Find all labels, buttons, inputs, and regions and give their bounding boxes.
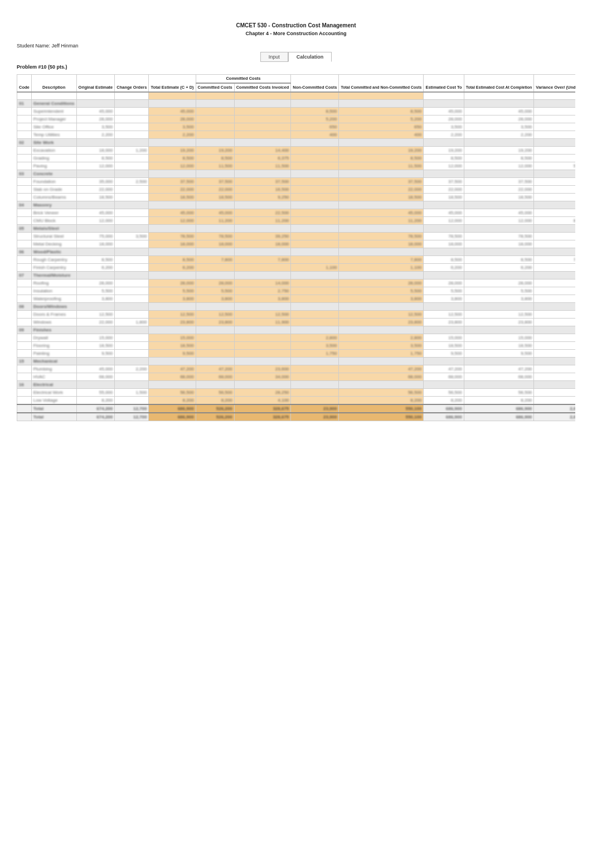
table-cell: 6,200 (464, 264, 534, 272)
table-row: Electrical Work55,0001,50056,50056,50028… (17, 389, 576, 397)
table-cell: 19,200 (464, 147, 534, 155)
table-cell: Wood/Plastic (31, 248, 76, 256)
total-cell: 23,900 (291, 404, 339, 413)
tab-input[interactable]: Input (260, 52, 288, 62)
subtotal-cell: 686,900 (424, 413, 464, 421)
table-cell: 5,200 (339, 115, 424, 123)
table-cell: 8,500 (76, 256, 115, 264)
table-cell: 45,000 (196, 209, 234, 217)
table-cell (534, 365, 575, 373)
table-cell: 3,500 (291, 342, 339, 350)
table-row: Site Office3,5003,5006506503,5003,500 (17, 123, 576, 131)
table-cell: 12,500 (424, 311, 464, 319)
table-cell (115, 170, 149, 178)
table-cell: 8,500 (424, 155, 464, 162)
table-cell: 7,800 (234, 256, 291, 264)
table-cell (534, 279, 575, 287)
table-cell: 2,500 (115, 178, 149, 186)
table-cell: 22,000 (464, 186, 534, 194)
table-cell: 75,000 (76, 233, 115, 240)
table-cell (464, 92, 534, 100)
table-cell: 3,800 (424, 295, 464, 303)
table-row: Structural Steel75,0003,50078,50078,5003… (17, 233, 576, 240)
table-cell (464, 201, 534, 209)
table-cell: 22,000 (424, 186, 464, 194)
table-cell: 18,500 (339, 194, 424, 201)
subtotal-cell: 674,200 (76, 413, 115, 421)
table-cell: 18,500 (464, 342, 534, 350)
table-cell (17, 162, 32, 170)
table-cell (534, 287, 575, 295)
table-row: Painting9,5009,5001,7501,7509,5009,500 (17, 350, 576, 358)
cost-table: Code Description Original Estimate Chang… (17, 74, 575, 421)
table-cell: Paving (31, 162, 76, 170)
table-cell (534, 108, 575, 115)
tab-calculation[interactable]: Calculation (288, 52, 332, 62)
col-header-non-committed: Non-Committed Costs (291, 75, 339, 92)
table-cell: 8,200 (464, 397, 534, 405)
table-cell (534, 264, 575, 272)
table-cell (76, 92, 115, 100)
table-cell: 28,000 (464, 115, 534, 123)
table-cell (17, 365, 32, 373)
table-cell (196, 123, 234, 131)
table-cell: 15 (17, 358, 32, 365)
table-cell (291, 240, 339, 248)
table-cell (534, 295, 575, 303)
table-cell (17, 264, 32, 272)
table-row: 04Masonry (17, 201, 576, 209)
table-cell: 45,000 (464, 108, 534, 115)
table-cell: 3,800 (149, 295, 196, 303)
table-cell (291, 303, 339, 311)
table-cell: 28,000 (464, 279, 534, 287)
col-header-total-committed: Total Committed and Non-Committed Costs (339, 75, 424, 92)
table-cell: 12,500 (149, 311, 196, 319)
col-header-estimated-cost-to: Estimated Cost To (424, 75, 464, 92)
table-cell (149, 326, 196, 334)
table-cell: 2,800 (339, 334, 424, 342)
table-cell: 18,000 (76, 240, 115, 248)
table-cell: 19,200 (149, 147, 196, 155)
table-cell: Low Voltage (31, 397, 76, 405)
table-cell (196, 334, 234, 342)
total-cell (17, 404, 32, 413)
table-cell (115, 350, 149, 358)
table-cell: 12,500 (234, 311, 291, 319)
table-cell: 12,000 (76, 162, 115, 170)
table-cell: 3,800 (234, 295, 291, 303)
table-cell: Brick Veneer (31, 209, 76, 217)
table-cell (291, 397, 339, 405)
table-cell (291, 217, 339, 225)
table-cell: 15,000 (76, 334, 115, 342)
table-cell (534, 342, 575, 350)
table-cell: 34,000 (234, 373, 291, 381)
table-cell (17, 256, 32, 264)
table-cell: Mechanical (31, 358, 76, 365)
table-cell (291, 326, 339, 334)
table-cell: 8,200 (339, 397, 424, 405)
table-cell (291, 381, 339, 389)
subtotal-cell: 328,675 (234, 413, 291, 421)
table-cell: 18,000 (424, 240, 464, 248)
table-cell (17, 92, 32, 100)
table-cell: 39,250 (234, 233, 291, 240)
table-cell: 28,000 (76, 115, 115, 123)
table-cell (234, 92, 291, 100)
table-cell (534, 303, 575, 311)
table-cell: 56,500 (196, 389, 234, 397)
col-header-original: Original Estimate (76, 75, 115, 92)
table-cell (291, 365, 339, 373)
table-cell (17, 147, 32, 155)
table-cell (196, 381, 234, 389)
table-row: Metal Decking18,00018,00018,00018,00018,… (17, 240, 576, 248)
table-cell (339, 358, 424, 365)
table-cell (534, 233, 575, 240)
table-cell (424, 100, 464, 108)
table-row: 15Mechanical (17, 358, 576, 365)
table-cell: 78,500 (464, 233, 534, 240)
table-cell (464, 381, 534, 389)
total-cell: Total (31, 404, 76, 413)
table-cell: Masonry (31, 201, 76, 209)
table-cell: Site Work (31, 139, 76, 147)
table-cell (17, 389, 32, 397)
